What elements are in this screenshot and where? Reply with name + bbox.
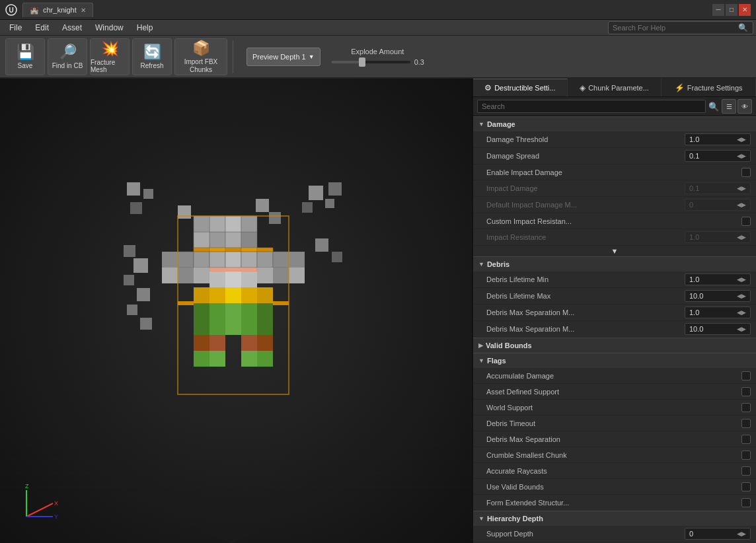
svg-rect-89 — [241, 351, 257, 367]
svg-rect-86 — [257, 335, 273, 351]
svg-rect-79 — [209, 319, 225, 335]
fracture-mesh-button[interactable]: 💥 Fracture Mesh — [90, 38, 130, 75]
accurate-raycasts-checkbox[interactable] — [741, 466, 751, 476]
debris-max-separation-checkbox[interactable] — [741, 435, 751, 444]
svg-rect-64 — [225, 272, 241, 287]
svg-line-98 — [26, 503, 53, 517]
svg-rect-69 — [209, 287, 225, 303]
prop-accumulate-damage: Accumulate Damage — [473, 368, 756, 384]
close-tab-button[interactable]: ✕ — [81, 7, 86, 14]
svg-rect-49 — [209, 248, 225, 252]
section-hierarchy-depth-header[interactable]: ▼ Hierarchy Depth — [473, 511, 756, 526]
debris-lifetime-max-value[interactable]: 10.0 ◀▶ — [685, 290, 751, 302]
damage-section-arrow: ▼ — [478, 121, 484, 127]
svg-rect-88 — [209, 351, 225, 367]
panel-view-buttons: ☰ 👁 — [722, 99, 752, 114]
fracture-mesh-label: Fracture Mesh — [91, 59, 129, 73]
preview-depth-button[interactable]: Preview Depth 1 ▼ — [246, 48, 321, 66]
tab-chunk-parameters[interactable]: ◈ Chunk Paramete... — [568, 79, 662, 96]
default-impact-value[interactable]: 0 ◀▶ — [685, 199, 751, 211]
document-tab[interactable]: 🏰 chr_knight ✕ — [22, 3, 93, 17]
section-debris-header[interactable]: ▼ Debris — [473, 256, 756, 272]
form-extended-checkbox[interactable] — [741, 498, 751, 507]
accumulate-damage-checkbox[interactable] — [741, 371, 751, 380]
svg-rect-73 — [194, 303, 209, 319]
menu-window[interactable]: Window — [89, 20, 130, 35]
tab-fracture-settings[interactable]: ⚡ Fracture Settings — [662, 79, 756, 96]
menu-asset[interactable]: Asset — [56, 20, 89, 35]
refresh-button[interactable]: 🔄 Refresh — [132, 38, 172, 75]
default-impact-label: Default Impact Damage M... — [486, 201, 685, 209]
section-valid-bounds-header[interactable]: ▶ Valid Bounds — [473, 338, 756, 353]
close-button[interactable]: ✕ — [739, 4, 751, 16]
debris-lifetime-min-value[interactable]: 1.0 ◀▶ — [685, 273, 751, 285]
section-flags-header[interactable]: ▼ Flags — [473, 353, 756, 368]
svg-rect-60 — [209, 268, 257, 272]
global-search[interactable]: 🔍 — [608, 21, 753, 34]
svg-rect-27 — [302, 202, 313, 213]
svg-rect-39 — [241, 232, 257, 248]
svg-rect-22 — [127, 182, 140, 196]
svg-rect-40 — [209, 216, 225, 232]
find-in-cb-button[interactable]: 🔎 Find in CB — [48, 38, 87, 75]
svg-rect-63 — [209, 272, 225, 287]
viewport[interactable]: X Z Y — [0, 79, 472, 543]
minimize-button[interactable]: ─ — [712, 4, 724, 16]
debris-max-sep-min-value[interactable]: 1.0 ◀▶ — [685, 307, 751, 318]
menu-help[interactable]: Help — [130, 20, 160, 35]
debris-timeout-checkbox[interactable] — [741, 419, 751, 428]
damage-spread-value[interactable]: 0.1 ◀▶ — [685, 150, 751, 162]
toolbar: 💾 Save 🔎 Find in CB 💥 Fracture Mesh 🔄 Re… — [0, 36, 756, 79]
impact-damage-value[interactable]: 0.1 ◀▶ — [685, 182, 751, 194]
debris-section-arrow: ▼ — [478, 261, 484, 268]
import-fbx-button[interactable]: 📦 Import FBX Chunks — [174, 38, 227, 75]
svg-rect-95 — [289, 252, 305, 268]
explode-slider[interactable] — [331, 61, 410, 63]
svg-rect-52 — [257, 248, 273, 252]
damage-collapse-arrow: ▼ — [611, 247, 619, 255]
section-damage-header[interactable]: ▼ Damage — [473, 116, 756, 131]
svg-rect-65 — [241, 272, 257, 287]
debris-max-sep-max-value[interactable]: 10.0 ◀▶ — [685, 323, 751, 335]
svg-text:X: X — [54, 500, 58, 507]
value-arrow: ◀▶ — [737, 293, 746, 299]
enable-impact-checkbox[interactable] — [741, 168, 751, 177]
crumble-smallest-checkbox[interactable] — [741, 451, 751, 460]
restore-button[interactable]: □ — [726, 4, 737, 16]
svg-rect-78 — [194, 319, 209, 335]
panel-search-input[interactable] — [477, 100, 706, 113]
impact-resistance-value[interactable]: 1.0 ◀▶ — [685, 231, 751, 243]
eye-button[interactable]: 👁 — [737, 99, 752, 114]
prop-debris-timeout: Debris Timeout — [473, 416, 756, 431]
flags-section-arrow: ▼ — [478, 357, 484, 364]
custom-impact-checkbox[interactable] — [741, 217, 751, 226]
slider-fill — [331, 61, 359, 63]
window-controls: ─ □ ✕ — [712, 4, 751, 16]
damage-threshold-value[interactable]: 1.0 ◀▶ — [685, 133, 751, 145]
impact-resistance-label: Impact Resistance — [486, 233, 685, 241]
menu-edit[interactable]: Edit — [28, 20, 56, 35]
value-arrow: ◀▶ — [737, 234, 746, 240]
search-icon: 🔍 — [738, 23, 748, 32]
support-depth-label: Support Depth — [486, 530, 685, 538]
svg-rect-33 — [127, 305, 137, 315]
svg-rect-76 — [241, 303, 257, 319]
tab-destructible-settings[interactable]: ⚙ Destructible Setti... — [473, 79, 568, 96]
support-depth-value[interactable]: 0 ◀▶ — [685, 528, 751, 540]
list-view-button[interactable]: ☰ — [722, 99, 736, 114]
svg-rect-96 — [289, 268, 305, 283]
panel-search-row: 🔍 ☰ 👁 — [473, 97, 756, 116]
asset-defined-support-checkbox[interactable] — [741, 387, 751, 396]
damage-collapse-row[interactable]: ▼ — [473, 246, 756, 256]
menu-file[interactable]: File — [3, 20, 28, 35]
debris-lifetime-max-label: Debris Lifetime Max — [486, 292, 685, 300]
accurate-raycasts-label: Accurate Raycasts — [486, 467, 741, 475]
save-button[interactable]: 💾 Save — [5, 38, 45, 75]
world-support-checkbox[interactable] — [741, 403, 751, 412]
global-search-input[interactable] — [613, 24, 738, 32]
use-valid-bounds-checkbox[interactable] — [741, 482, 751, 491]
svg-rect-66 — [257, 268, 273, 283]
svg-rect-81 — [241, 319, 257, 335]
svg-rect-31 — [124, 275, 134, 285]
svg-rect-53 — [178, 252, 194, 268]
